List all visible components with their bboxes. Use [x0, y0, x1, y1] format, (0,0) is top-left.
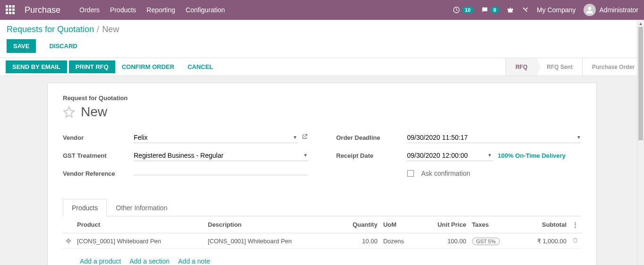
gift-icon[interactable] [507, 6, 514, 14]
th-product: Product [74, 216, 205, 233]
nav-orders[interactable]: Orders [79, 6, 100, 14]
columns-menu-icon[interactable]: ⋮ [572, 221, 578, 228]
cell-uom[interactable]: Dozens [380, 233, 419, 249]
th-taxes: Taxes [469, 216, 518, 233]
th-unit-price: Unit Price [419, 216, 469, 233]
avatar-icon [584, 4, 596, 16]
scrollbar[interactable]: ▲ [637, 20, 644, 265]
company-selector[interactable]: My Company [537, 6, 575, 14]
drag-handle-icon[interactable]: ✥ [66, 237, 71, 245]
vendor-field[interactable]: Felix ▼ [134, 132, 298, 143]
deadline-value: 09/30/2020 11:50:17 [407, 134, 468, 141]
chat-badge: 8 [490, 7, 499, 13]
tax-badge[interactable]: GST 5% [472, 238, 500, 245]
nav-configuration[interactable]: Configuration [186, 6, 225, 14]
gst-value: Registered Business - Regular [134, 152, 223, 159]
nav-reporting[interactable]: Reporting [146, 6, 175, 14]
form-sheet: Request for Quotation New Vendor Felix ▼… [47, 83, 597, 265]
external-link-icon[interactable] [301, 133, 308, 142]
action-buttons: Save Discard [7, 39, 637, 53]
cell-qty[interactable]: 10.00 [336, 233, 380, 249]
svg-point-4 [588, 7, 591, 10]
ask-confirm-checkbox[interactable] [407, 170, 414, 177]
th-uom: UoM [380, 216, 419, 233]
table-row[interactable]: ✥ [CONS_0001] Whiteboard Pen [CONS_0001]… [63, 233, 581, 249]
chevron-down-icon: ▼ [303, 153, 308, 158]
order-lines-table: Product Description Quantity UoM Unit Pr… [63, 216, 581, 265]
th-description: Description [205, 216, 336, 233]
tools-icon[interactable] [522, 6, 529, 14]
svg-rect-3 [510, 8, 510, 13]
form-col-left: Vendor Felix ▼ GST Treatment Registered … [63, 131, 308, 185]
cell-product[interactable]: [CONS_0001] Whiteboard Pen [74, 233, 205, 249]
top-nav: Purchase Orders Products Reporting Confi… [0, 0, 644, 20]
cell-description[interactable]: [CONS_0001] Whiteboard Pen [205, 233, 336, 249]
receipt-value: 09/30/2020 12:00:00 [407, 152, 468, 159]
breadcrumb-separator: / [97, 25, 99, 34]
label-receipt: Receipt Date [336, 152, 407, 159]
label-deadline: Order Deadline [336, 134, 407, 141]
form-col-right: Order Deadline 09/30/2020 11:50:17 ▼ Rec… [336, 131, 582, 185]
gst-field[interactable]: Registered Business - Regular ▼ [134, 150, 308, 161]
ask-confirm-row: Ask confirmation [407, 168, 582, 179]
add-note-link[interactable]: Add a note [178, 257, 210, 265]
label-gst: GST Treatment [63, 152, 134, 159]
label-vendor: Vendor [63, 134, 134, 141]
print-rfq-button[interactable]: Print RFQ [69, 60, 115, 73]
form-title: New [81, 104, 107, 120]
notebook-tabs: Products Other Information [63, 199, 581, 216]
nav-products[interactable]: Products [110, 6, 136, 14]
user-name: Administrator [600, 6, 638, 14]
tab-other-info[interactable]: Other Information [107, 199, 176, 216]
label-vendor-ref: Vendor Reference [63, 170, 134, 177]
priority-star-icon[interactable] [63, 106, 75, 118]
tab-products[interactable]: Products [63, 199, 107, 216]
confirm-order-button[interactable]: Confirm Order [115, 60, 181, 73]
chevron-down-icon: ▼ [488, 153, 492, 158]
add-product-link[interactable]: Add a product [80, 257, 121, 265]
statusbar-actions: Send by Email Print RFQ Confirm Order Ca… [0, 60, 220, 73]
activity-icon[interactable]: 10 [453, 6, 473, 14]
ask-confirm-label: Ask confirmation [421, 170, 470, 177]
app-title: Purchase [25, 5, 60, 15]
add-links: Add a product Add a section Add a note [77, 253, 578, 265]
form-title-row: New [63, 104, 581, 120]
chat-icon[interactable]: 8 [481, 6, 499, 14]
nav-menu: Orders Products Reporting Configuration [79, 6, 225, 14]
th-qty: Quantity [336, 216, 380, 233]
discard-button[interactable]: Discard [43, 39, 84, 53]
breadcrumb-root[interactable]: Requests for Quotation [7, 25, 94, 34]
cell-subtotal: ₹ 1,000.00 [518, 233, 569, 249]
status-steps: RFQ RFQ Sent Purchase Order [506, 58, 644, 76]
nav-right: 10 8 My Company Administrator [453, 4, 638, 16]
chevron-down-icon: ▼ [576, 135, 581, 140]
scroll-up-icon[interactable]: ▲ [637, 20, 644, 27]
status-step-rfq-sent[interactable]: RFQ Sent [537, 58, 582, 76]
status-step-purchase-order[interactable]: Purchase Order [582, 58, 644, 76]
trash-icon[interactable] [572, 238, 578, 245]
deadline-field[interactable]: 09/30/2020 11:50:17 ▼ [407, 132, 582, 143]
vendor-ref-field[interactable] [134, 172, 308, 175]
form-fields: Vendor Felix ▼ GST Treatment Registered … [63, 131, 581, 185]
chevron-down-icon: ▼ [293, 135, 298, 140]
apps-icon[interactable] [6, 5, 15, 15]
receipt-field[interactable]: 09/30/2020 12:00:00 ▼ [407, 150, 492, 161]
save-button[interactable]: Save [7, 39, 36, 53]
send-email-button[interactable]: Send by Email [6, 60, 67, 73]
user-menu[interactable]: Administrator [584, 4, 638, 16]
breadcrumb-current: New [102, 25, 119, 34]
scroll-thumb[interactable] [638, 27, 643, 140]
form-subtitle: Request for Quotation [63, 94, 581, 102]
cell-unit-price[interactable]: 100.00 [419, 233, 469, 249]
breadcrumb: Requests for Quotation / New [7, 25, 637, 34]
status-bar: Send by Email Print RFQ Confirm Order Ca… [0, 58, 644, 76]
ontime-delivery[interactable]: 100% On-Time Delivery [498, 152, 566, 159]
th-subtotal: Subtotal [518, 216, 569, 233]
add-section-link[interactable]: Add a section [129, 257, 170, 265]
cancel-button[interactable]: Cancel [181, 60, 220, 73]
activity-badge: 10 [462, 7, 473, 13]
vendor-value: Felix [134, 134, 148, 141]
status-step-rfq[interactable]: RFQ [506, 58, 537, 76]
control-panel: Requests for Quotation / New Save Discar… [0, 20, 644, 58]
